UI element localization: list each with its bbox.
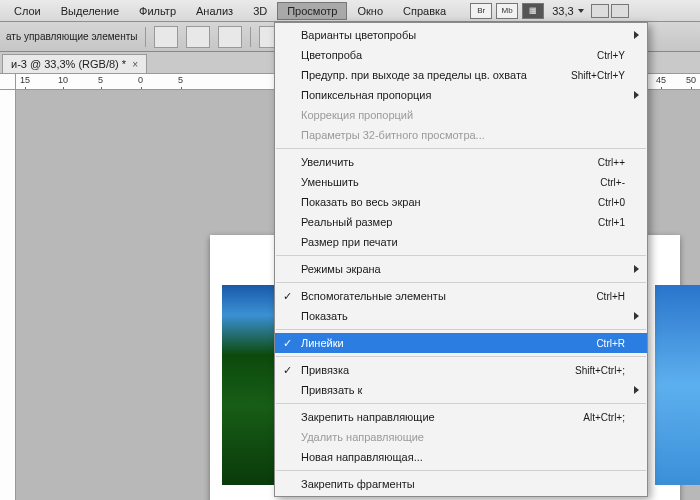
ruler-mark: 50 [686,75,696,85]
menu-item-label: Предупр. при выходе за пределы цв. охват… [301,69,571,81]
menu-item-label: Удалить направляющие [301,431,625,443]
canvas-image-left [222,285,282,485]
separator [145,27,146,47]
menu-item-label: Варианты цветопробы [301,29,625,41]
menu-item[interactable]: Закрепить направляющиеAlt+Ctrl+; [275,407,647,427]
menu-item[interactable]: Размер при печати [275,232,647,252]
bridge-icon[interactable]: Br [470,3,492,19]
menu-item-shortcut: Ctrl+0 [598,197,625,208]
menu-window[interactable]: Окно [347,2,393,20]
menu-item-shortcut: Shift+Ctrl+; [575,365,625,376]
option-btn-1[interactable] [154,26,178,48]
menu-item[interactable]: Привязать к [275,380,647,400]
option-btn-3[interactable] [218,26,242,48]
submenu-arrow-icon [634,91,639,99]
menu-3d[interactable]: 3D [243,2,277,20]
arrange-icon[interactable] [611,4,629,18]
menu-item[interactable]: Варианты цветопробы [275,25,647,45]
minibridge-icon[interactable]: Mb [496,3,518,19]
ruler-mark: 10 [58,75,68,85]
menu-item: Параметры 32-битного просмотра... [275,125,647,145]
separator [250,27,251,47]
menu-item-label: Закрепить фрагменты [301,478,625,490]
menu-separator [276,255,646,256]
menu-item[interactable]: Реальный размерCtrl+1 [275,212,647,232]
menu-item[interactable]: УменьшитьCtrl+- [275,172,647,192]
document-tab[interactable]: и-3 @ 33,3% (RGB/8) * × [2,54,147,73]
check-icon: ✓ [283,290,292,303]
screen-mode-icon[interactable] [591,4,609,18]
menu-item[interactable]: УвеличитьCtrl++ [275,152,647,172]
menu-separator [276,470,646,471]
menu-item-shortcut: Ctrl++ [598,157,625,168]
menu-item-shortcut: Ctrl+1 [598,217,625,228]
ruler-mark: 5 [178,75,183,85]
menu-item: Удалить направляющие [275,427,647,447]
menu-separator [276,329,646,330]
check-icon: ✓ [283,364,292,377]
menu-item[interactable]: ЦветопробаCtrl+Y [275,45,647,65]
menu-item-label: Реальный размер [301,216,598,228]
menu-layers[interactable]: Слои [4,2,51,20]
submenu-arrow-icon [634,31,639,39]
menu-item-shortcut: Alt+Ctrl+; [583,412,625,423]
menu-separator [276,356,646,357]
menu-item[interactable]: Предупр. при выходе за пределы цв. охват… [275,65,647,85]
menu-view[interactable]: Просмотр [277,2,347,20]
submenu-arrow-icon [634,265,639,273]
menu-separator [276,282,646,283]
menu-item-label: Линейки [301,337,596,349]
check-icon: ✓ [283,337,292,350]
menu-item-label: Уменьшить [301,176,600,188]
menu-item-label: Параметры 32-битного просмотра... [301,129,625,141]
menu-item-label: Показать во весь экран [301,196,598,208]
menu-item-label: Вспомогательные элементы [301,290,596,302]
menu-item-shortcut: Ctrl+Y [597,50,625,61]
menu-item-label: Коррекция пропорций [301,109,625,121]
menu-item: Коррекция пропорций [275,105,647,125]
menu-item[interactable]: ✓ПривязкаShift+Ctrl+; [275,360,647,380]
submenu-arrow-icon [634,386,639,394]
menu-item[interactable]: Закрепить фрагменты [275,474,647,494]
menu-item[interactable]: ✓ЛинейкиCtrl+R [275,333,647,353]
menu-item-shortcut: Ctrl+R [596,338,625,349]
menu-item-shortcut: Ctrl+H [596,291,625,302]
ruler-corner [0,74,16,90]
menu-item-label: Режимы экрана [301,263,625,275]
menu-select[interactable]: Выделение [51,2,129,20]
menu-item[interactable]: ✓Вспомогательные элементыCtrl+H [275,286,647,306]
menu-item-label: Показать [301,310,625,322]
menu-item-shortcut: Ctrl+- [600,177,625,188]
canvas-image-right [655,285,700,485]
tab-title: и-3 @ 33,3% (RGB/8) * [11,58,126,70]
viewmode-icon[interactable]: ▦ [522,3,544,19]
menu-analysis[interactable]: Анализ [186,2,243,20]
ruler-mark: 15 [20,75,30,85]
menu-item[interactable]: Новая направляющая... [275,447,647,467]
menu-item-label: Привязка [301,364,575,376]
zoom-display[interactable]: 33,3 [552,5,583,17]
menu-item[interactable]: Попиксельная пропорция [275,85,647,105]
close-icon[interactable]: × [132,59,138,70]
menu-item-label: Закрепить направляющие [301,411,583,423]
menu-filter[interactable]: Фильтр [129,2,186,20]
menu-separator [276,403,646,404]
menubar: Слои Выделение Фильтр Анализ 3D Просмотр… [0,0,700,22]
chevron-down-icon [578,9,584,13]
ruler-vertical[interactable] [0,90,16,500]
menu-item[interactable]: Режимы экрана [275,259,647,279]
menu-item-label: Цветопроба [301,49,597,61]
options-label: ать управляющие элементы [6,31,137,42]
menu-item-label: Увеличить [301,156,598,168]
menu-item[interactable]: Показать [275,306,647,326]
menu-item-label: Привязать к [301,384,625,396]
view-menu-dropdown: Варианты цветопробыЦветопробаCtrl+YПреду… [274,22,648,497]
ruler-mark: 45 [656,75,666,85]
option-btn-2[interactable] [186,26,210,48]
menu-item[interactable]: Показать во весь экранCtrl+0 [275,192,647,212]
menu-item-label: Размер при печати [301,236,625,248]
ruler-mark: 5 [98,75,103,85]
menu-help[interactable]: Справка [393,2,456,20]
menu-item-label: Новая направляющая... [301,451,625,463]
menu-item-shortcut: Shift+Ctrl+Y [571,70,625,81]
